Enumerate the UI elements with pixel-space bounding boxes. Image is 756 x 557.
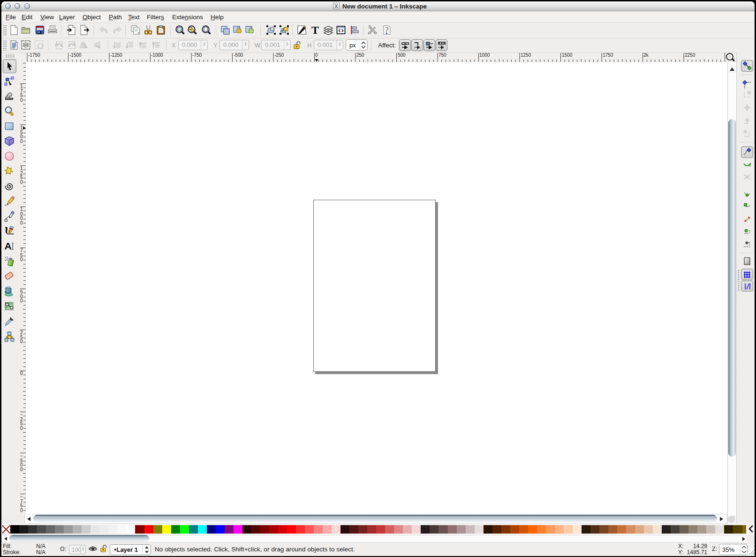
svg-text:A: A bbox=[4, 241, 11, 251]
svg-text:T: T bbox=[311, 24, 319, 36]
